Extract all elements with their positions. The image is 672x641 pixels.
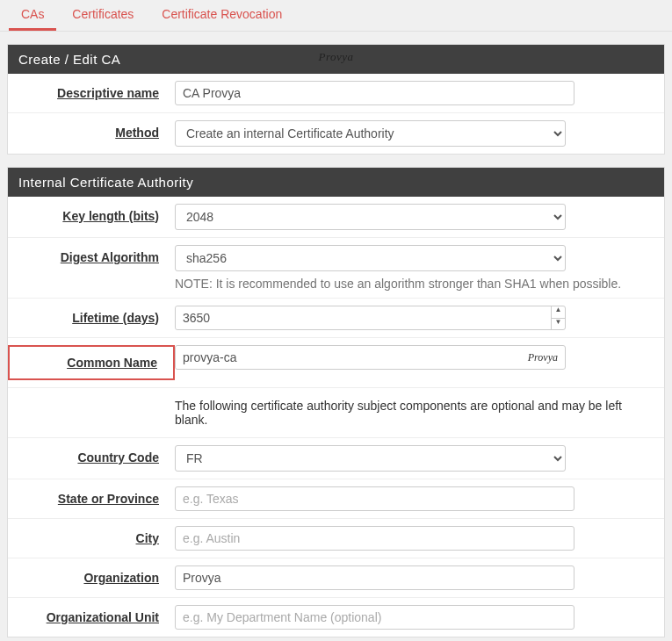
label-key-length: Key length (bits)	[62, 209, 159, 223]
row-descriptive-name: Descriptive name	[8, 74, 664, 113]
common-name-wrap: Provya	[175, 345, 566, 370]
label-descriptive-name: Descriptive name	[57, 86, 159, 100]
row-method: Method Create an internal Certificate Au…	[8, 113, 664, 154]
input-organization[interactable]	[175, 565, 574, 590]
input-descriptive-name[interactable]	[175, 81, 574, 105]
panel-header-internal-ca: Internal Certificate Authority	[8, 168, 664, 197]
row-optional-info: The following certificate authority subj…	[8, 388, 664, 438]
label-ou: Organizational Unit	[47, 610, 159, 624]
row-country: Country Code FR	[8, 438, 664, 479]
row-lifetime: Lifetime (days) ▲ ▼	[8, 299, 664, 338]
row-state: State or Province	[8, 479, 664, 519]
row-key-length: Key length (bits) 2048	[8, 197, 664, 238]
label-digest: Digest Algorithm	[61, 250, 159, 264]
spinner-down-icon[interactable]: ▼	[552, 319, 565, 330]
row-city: City	[8, 519, 664, 558]
select-country[interactable]: FR	[175, 445, 566, 472]
label-country: Country Code	[77, 450, 159, 465]
digest-help-text: NOTE: It is recommended to use an algori…	[175, 277, 647, 291]
row-common-name: Common Name Provya	[8, 338, 664, 388]
input-common-name[interactable]	[176, 346, 528, 369]
tab-cert-revocation[interactable]: Certificate Revocation	[149, 0, 294, 28]
select-key-length[interactable]: 2048	[175, 204, 566, 230]
input-lifetime[interactable]	[176, 306, 551, 329]
tab-certificates[interactable]: Certificates	[60, 0, 146, 28]
row-ou: Organizational Unit	[8, 598, 664, 637]
input-city[interactable]	[175, 526, 574, 551]
label-common-name-highlight: Common Name	[8, 345, 175, 380]
spinner-buttons: ▲ ▼	[551, 306, 565, 329]
optional-info-text: The following certificate authority subj…	[175, 395, 647, 430]
panel-title-internal: Internal Certificate Authority	[18, 175, 193, 190]
label-method: Method	[115, 126, 159, 140]
panel-create-edit-ca: Create / Edit CA Provya Descriptive name…	[7, 44, 665, 155]
select-method[interactable]: Create an internal Certificate Authority	[175, 120, 566, 147]
tab-cas[interactable]: CAs	[9, 0, 56, 31]
label-lifetime: Lifetime (days)	[72, 311, 159, 325]
input-ou[interactable]	[175, 605, 574, 630]
input-state[interactable]	[175, 486, 574, 511]
label-city: City	[136, 531, 159, 545]
panel-title: Create / Edit CA	[18, 52, 120, 67]
row-organization: Organization	[8, 558, 664, 598]
select-digest[interactable]: sha256	[175, 245, 566, 271]
provya-inline-watermark: Provya	[528, 351, 558, 364]
label-state: State or Province	[58, 492, 159, 506]
row-digest: Digest Algorithm sha256 NOTE: It is reco…	[8, 238, 664, 299]
spinner-up-icon[interactable]: ▲	[552, 306, 565, 319]
tabs-bar: CAs Certificates Certificate Revocation	[0, 0, 672, 32]
label-organization: Organization	[83, 571, 159, 585]
provya-watermark: Provya	[318, 50, 353, 64]
panel-internal-ca: Internal Certificate Authority Key lengt…	[7, 167, 665, 637]
lifetime-stepper: ▲ ▼	[175, 306, 566, 330]
panel-header-create-edit-ca: Create / Edit CA Provya	[8, 45, 664, 74]
